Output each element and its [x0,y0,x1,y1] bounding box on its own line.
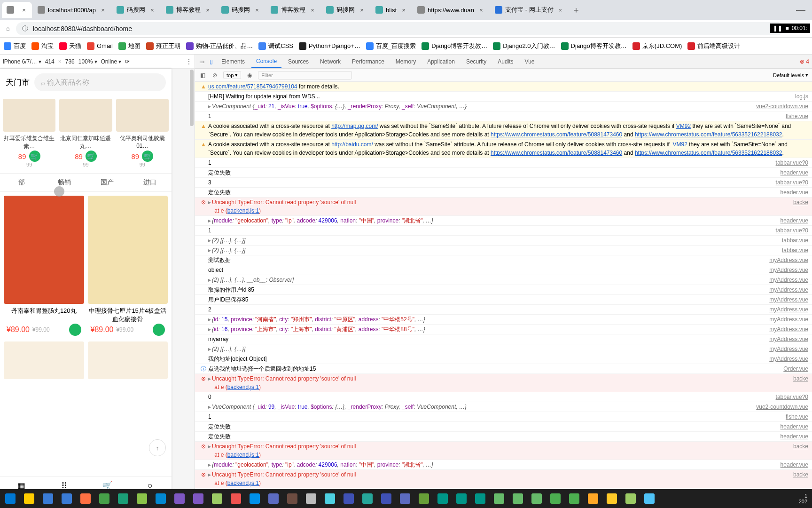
bookmark-item[interactable]: 调试CSS [258,42,293,50]
row-source[interactable]: backe [789,374,808,391]
taskbar-item[interactable] [415,491,432,506]
console-row[interactable]: ▸{module: "geolocation", type: "ip", adc… [195,460,812,470]
filter-input[interactable]: Filter [258,71,352,79]
console-row[interactable]: ⓘ点选我的地址选择一个后返回收到的地址15Order.vue [195,364,812,374]
row-source[interactable]: myAddress.vue [765,276,808,284]
row-source[interactable]: backe [789,470,808,487]
browser-tab[interactable]: 码搜网× [321,2,370,18]
row-source[interactable]: Order.vue [780,365,808,373]
row-source[interactable]: flshe.vue [782,112,808,120]
devtools-tab-application[interactable]: Application [422,56,460,68]
taskbar-item[interactable] [359,491,376,506]
product-card[interactable]: 中理接骨七厘片15片4板盒活血化瘀接骨¥89.00¥99.00 [88,196,168,338]
taskbar-item[interactable] [246,491,263,506]
devtools-tab-elements[interactable]: Elements [217,56,250,68]
zoom-select[interactable]: 100% ▾ [78,58,97,65]
go-top-button[interactable]: ↑ [149,439,166,456]
taskbar-item[interactable] [622,491,639,506]
add-cart-button[interactable]: 🛒 [29,151,40,162]
throttle-select[interactable]: Online ▾ [101,58,122,65]
stop-icon[interactable]: ■ [785,25,789,32]
device-height[interactable]: 736 [65,58,75,65]
taskbar-item[interactable] [528,491,545,506]
row-source[interactable]: tabbar.vue?0 [772,178,808,187]
recorder-overlay[interactable]: ❚❚ ■ 00:01: [770,24,810,33]
row-source[interactable]: vue2-countdown.vue [752,403,808,411]
devtools-tab-audits[interactable]: Audits [493,56,518,68]
taskbar-item[interactable] [641,491,658,506]
row-source[interactable]: tabbar.vue [778,246,808,254]
row-source[interactable]: myAddress.vue [765,286,808,294]
close-icon[interactable]: × [359,7,365,13]
console-row[interactable]: myarraymyAddress.vue [195,334,812,344]
bookmark-item[interactable]: Django2.0入门教… [493,42,555,50]
close-icon[interactable]: × [309,7,316,13]
taskbar-item[interactable] [284,491,301,506]
browser-tab[interactable]: × [2,2,32,18]
inspect-icon[interactable]: ▭ [198,58,205,65]
kebab-icon[interactable]: ⋮ [186,58,192,65]
console-row[interactable]: ▸{module: "geolocation", type: "ip", adc… [195,216,812,226]
taskbar-item[interactable] [265,491,282,506]
bookmark-item[interactable]: 京东(JD.COM) [632,42,682,50]
new-tab-button[interactable]: ＋ [570,3,583,16]
browser-tab[interactable]: 支付宝 - 网上支付× [490,2,569,18]
bookmark-item[interactable]: 雍正王朝 [146,42,180,50]
search-input[interactable]: ⌕ 输入商品名称 [34,73,166,91]
product-card[interactable]: 北京同仁堂加味逍遥丸…89🛒99 [59,99,112,167]
row-source[interactable]: tabbar.vue?0 [772,159,808,167]
console-row[interactable]: ▲us.com/feature/5718547946799104 for mor… [195,82,812,92]
device-toggle-icon[interactable]: ▯ [207,58,215,65]
console-output[interactable]: ▲us.com/feature/5718547946799104 for mor… [195,82,812,503]
taskbar-item[interactable] [340,491,357,506]
bookmark-item[interactable]: 地图 [118,42,141,50]
live-expr-icon[interactable]: ◉ [246,71,253,79]
taskbar-item[interactable] [171,491,188,506]
taskbar-item[interactable] [2,491,19,506]
taskbar-item[interactable] [58,491,75,506]
row-source[interactable]: tabbar.vue [778,236,808,245]
row-source[interactable]: myAddress.vue [765,295,808,304]
devtools-tab-console[interactable]: Console [251,55,281,68]
devtools-tab-performance[interactable]: Performance [347,56,389,68]
row-source[interactable]: myAddress.vue [765,335,808,343]
console-row[interactable]: 1tabbar.vue?0 [195,226,812,236]
row-source[interactable]: tabbar.vue?0 [772,226,808,235]
browser-tab[interactable]: https://www.duan× [413,2,489,18]
product-card[interactable] [88,341,168,379]
rotate-icon[interactable]: ⟳ [125,58,130,65]
row-source[interactable] [804,122,808,139]
console-row[interactable]: ▸(2) [{…}, {…}, __ob__: Observer]myAddre… [195,275,812,285]
taskbar-item[interactable] [453,491,470,506]
bookmark-item[interactable]: 百度_百度搜索 [366,42,416,50]
taskbar-clock[interactable]: 1202 [796,493,810,504]
row-source[interactable]: myAddress.vue [765,355,808,363]
devtools-tab-sources[interactable]: Sources [283,56,313,68]
row-source[interactable]: header.vue [777,422,808,431]
taskbar-item[interactable] [585,491,601,506]
product-card[interactable] [4,341,84,379]
taskbar-item[interactable] [152,491,169,506]
clear-console-icon[interactable]: ⊘ [211,71,219,79]
close-icon[interactable]: × [478,7,484,13]
console-row[interactable]: 定位失败header.vue [195,168,812,178]
browser-tab[interactable]: blist× [371,2,412,18]
category-tab[interactable]: 进口 [129,174,172,191]
browser-tab[interactable]: 博客教程× [266,2,320,18]
row-source[interactable]: flshe.vue [782,413,808,421]
device-width[interactable]: 414 [45,58,55,65]
row-source[interactable] [804,82,808,91]
taskbar-item[interactable] [21,491,38,506]
console-row[interactable]: 1flshe.vue [195,412,812,422]
console-row[interactable]: 1flshe.vue [195,111,812,121]
console-row[interactable]: ⊗▸Uncaught TypeError: Cannot read proper… [195,198,812,216]
product-card[interactable]: 拜耳爱乐维复合维生素…89🛒99 [3,99,55,167]
product-card[interactable]: 丹南泰和胃整肠丸120丸¥89.00¥99.00 [4,196,84,338]
taskbar-item[interactable] [321,491,338,506]
bookmark-item[interactable]: Python+Django+… [299,42,360,50]
row-source[interactable] [804,140,808,157]
add-cart-button[interactable] [69,324,81,336]
console-row[interactable]: ▸(2) [{…}, {…}]myAddress.vue [195,344,812,354]
close-icon[interactable]: × [400,7,407,13]
row-source[interactable]: vue2-countdown.vue [752,102,808,111]
